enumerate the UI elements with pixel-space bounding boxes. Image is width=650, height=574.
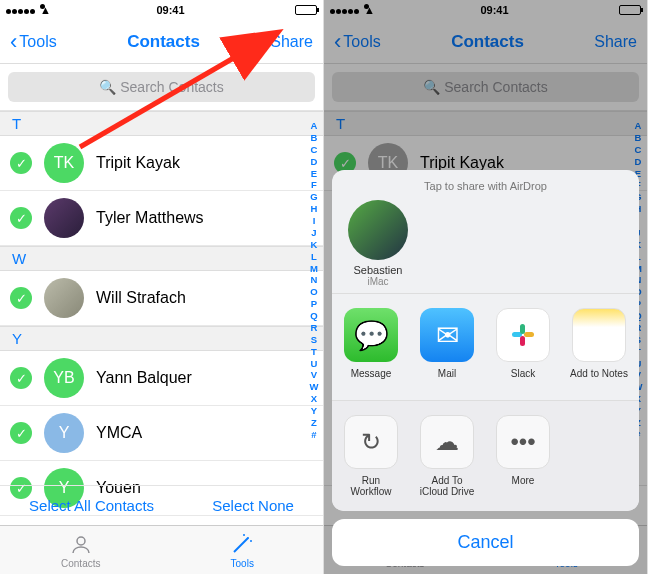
share-sheet: Tap to share with AirDrop Sebastien iMac… [332,170,639,566]
refresh-icon: ↻ [344,415,398,469]
contact-row[interactable]: ✓ Tyler Matthews [0,191,323,246]
page-title: Contacts [127,32,200,52]
contact-row[interactable]: ✓ YB Yann Balquer [0,351,323,406]
cloud-upload-icon: ☁ [420,415,474,469]
mail-icon: ✉ [420,308,474,362]
battery-icon [295,5,317,15]
contacts-icon [69,532,93,556]
contact-row[interactable]: ✓ Will Strafach [0,271,323,326]
share-app-message[interactable]: 💬 Message [340,308,402,390]
wand-icon [230,532,254,556]
status-bar: ▲ 09:41 [0,0,323,20]
notes-icon [572,308,626,362]
svg-rect-9 [520,336,525,346]
select-all-button[interactable]: Select All Contacts [29,497,154,514]
share-apps-row: 💬 Message ✉ Mail Slack Add to Notes [332,293,639,400]
airdrop-person[interactable]: Sebastien iMac [348,192,408,287]
chevron-left-icon: ‹ [10,31,17,53]
share-app-notes[interactable]: Add to Notes [568,308,630,390]
avatar [44,278,84,318]
airdrop-hint: Tap to share with AirDrop [332,180,639,192]
airdrop-avatar [348,200,408,260]
share-app-slack[interactable]: Slack [492,308,554,390]
svg-point-1 [247,537,249,539]
check-icon[interactable]: ✓ [10,422,32,444]
section-header-y: Y [0,326,323,351]
slack-icon [496,308,550,362]
status-time: 09:41 [156,4,184,16]
section-header-t: T [0,111,323,136]
contact-row[interactable]: ✓ TK Tripit Kayak [0,136,323,191]
tab-bar: Contacts Tools [0,525,323,574]
airdrop-section: Tap to share with AirDrop Sebastien iMac [332,170,639,293]
share-app-mail[interactable]: ✉ Mail [416,308,478,390]
alpha-index[interactable]: ABCDEFGHIJKLMNOPQRSTUVWXYZ# [307,120,321,494]
nav-bar: ‹Tools Contacts Share [0,20,323,64]
signal-dots-icon: ▲ [6,4,46,16]
back-button[interactable]: ‹Tools [10,31,57,53]
selection-footer: Select All Contacts Select None [0,485,323,525]
share-actions-row: ↻ Run Workflow ☁ Add To iCloud Drive •••… [332,400,639,511]
section-header-w: W [0,246,323,271]
contact-name: Tripit Kayak [96,154,180,172]
contact-row[interactable]: ✓ Y YMCA [0,406,323,461]
select-none-button[interactable]: Select None [212,497,294,514]
contact-name: YMCA [96,424,142,442]
contact-name: Tyler Matthews [96,209,204,227]
contact-name: Yann Balquer [96,369,192,387]
svg-point-0 [77,537,85,545]
action-more[interactable]: ••• More [492,415,554,497]
share-button[interactable]: Share [270,33,313,51]
avatar: Y [44,413,84,453]
tab-contacts[interactable]: Contacts [0,526,162,574]
check-icon[interactable]: ✓ [10,152,32,174]
search-icon: 🔍 [99,79,116,95]
action-icloud-drive[interactable]: ☁ Add To iCloud Drive [416,415,478,497]
tab-tools[interactable]: Tools [162,526,324,574]
check-icon[interactable]: ✓ [10,207,32,229]
right-screenshot: ▲ 09:41 ‹Tools Contacts Share 🔍Search Co… [324,0,648,574]
more-icon: ••• [496,415,550,469]
contact-name: Will Strafach [96,289,186,307]
left-screenshot: ▲ 09:41 ‹Tools Contacts Share 🔍Search Co… [0,0,324,574]
avatar: TK [44,143,84,183]
check-icon[interactable]: ✓ [10,367,32,389]
cancel-button[interactable]: Cancel [332,519,639,566]
check-icon[interactable]: ✓ [10,287,32,309]
svg-rect-8 [520,324,525,334]
svg-rect-7 [524,332,534,337]
action-run-workflow[interactable]: ↻ Run Workflow [340,415,402,497]
avatar: YB [44,358,84,398]
search-input[interactable]: 🔍Search Contacts [8,72,315,102]
message-icon: 💬 [344,308,398,362]
avatar [44,198,84,238]
svg-point-3 [250,540,252,542]
svg-point-2 [243,534,245,536]
